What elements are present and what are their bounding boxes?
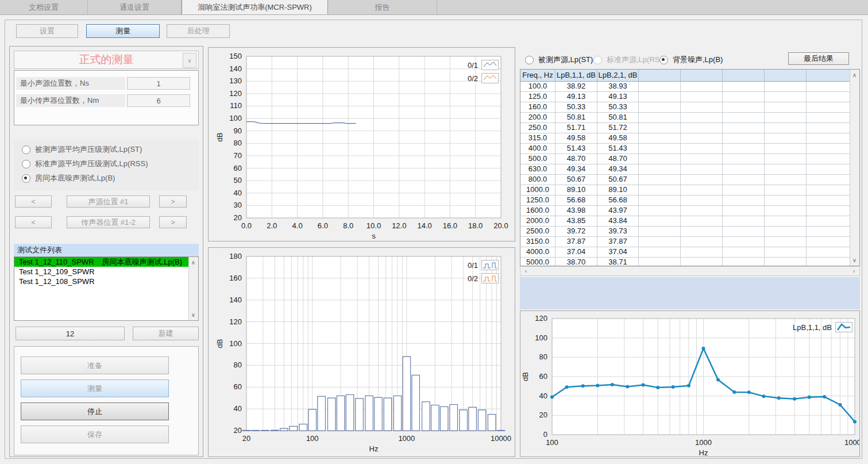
table-row[interactable]: 200.050.8150.81 bbox=[520, 113, 850, 123]
tab-document-settings[interactable]: 文档设置 bbox=[0, 0, 88, 14]
svg-text:80: 80 bbox=[234, 139, 242, 147]
scroll-left-icon[interactable]: ‹ bbox=[522, 267, 530, 275]
svg-text:80: 80 bbox=[234, 361, 242, 369]
ns-input[interactable]: 1 bbox=[127, 77, 190, 90]
tab-channel-settings[interactable]: 通道设置 bbox=[88, 0, 182, 14]
scroll-up-icon[interactable]: ∧ bbox=[850, 71, 859, 79]
table-cell bbox=[807, 195, 850, 205]
scroll-down-icon[interactable]: ∨ bbox=[189, 310, 198, 319]
table-row[interactable]: 2500.039.7239.73 bbox=[520, 227, 850, 237]
radio-icon[interactable] bbox=[22, 174, 30, 183]
table-cell bbox=[807, 133, 850, 143]
file-name: Test 1_12_108_SPWR bbox=[19, 277, 95, 286]
svg-text:80: 80 bbox=[539, 352, 547, 361]
tab-report[interactable]: 报告 bbox=[328, 0, 437, 14]
table-cell: 48.70 bbox=[555, 154, 597, 164]
mic-position-button[interactable]: 传声器位置 #1-2 bbox=[67, 216, 150, 228]
radio-icon[interactable] bbox=[22, 160, 30, 168]
legend-label: 0/2 bbox=[468, 74, 478, 83]
table-cell bbox=[681, 144, 723, 154]
table-cell bbox=[639, 92, 681, 102]
table-row[interactable]: 160.050.3350.33 bbox=[520, 102, 850, 113]
bar-series-icon bbox=[481, 273, 499, 283]
table-cell: 38.71 bbox=[597, 258, 639, 266]
table-row[interactable]: 315.049.5849.58 bbox=[520, 133, 850, 144]
stop-button[interactable]: 停止 bbox=[21, 402, 169, 420]
svg-text:dB: dB bbox=[215, 133, 224, 142]
radio-icon[interactable] bbox=[593, 56, 602, 64]
svg-text:20: 20 bbox=[539, 411, 547, 419]
table-row[interactable]: 1000.089.1089.10 bbox=[520, 185, 850, 195]
source-position-prev-button[interactable]: < bbox=[15, 195, 52, 208]
svg-text:40: 40 bbox=[234, 189, 242, 197]
table-row[interactable]: 4000.037.0437.04 bbox=[520, 247, 850, 258]
radio-view-lp-rss[interactable]: 标准声源,Lp(RSS) bbox=[593, 55, 667, 65]
table-row[interactable]: 5000.038.7038.71 bbox=[520, 258, 850, 266]
table-row[interactable]: 500.048.7048.70 bbox=[520, 154, 850, 164]
table-cell bbox=[765, 175, 807, 185]
scroll-down-icon[interactable]: ∨ bbox=[850, 256, 859, 264]
svg-text:100: 100 bbox=[229, 114, 242, 122]
table-row[interactable]: 400.051.4351.43 bbox=[520, 144, 850, 154]
test-file-list[interactable]: Test 1_12_110_SPWR房间本底噪声测试,Lp(B)Test 1_1… bbox=[14, 256, 199, 321]
table-row[interactable]: 250.051.7151.72 bbox=[520, 123, 850, 133]
table-row[interactable]: 100.038.9238.93 bbox=[520, 82, 850, 92]
radio-view-lp-b[interactable]: 背景噪声,Lp(B) bbox=[659, 55, 723, 65]
chevron-down-icon[interactable]: ∨ bbox=[183, 53, 196, 68]
source-position-button[interactable]: 声源位置 #1 bbox=[67, 195, 150, 208]
tab-mcr-spwr[interactable]: 混响室法测试声功率(MCR-SPWR) bbox=[182, 0, 328, 14]
nm-input[interactable]: 6 bbox=[127, 94, 190, 107]
table-cell bbox=[681, 164, 723, 174]
radio-icon[interactable] bbox=[659, 56, 668, 64]
mic-position-next-button[interactable]: > bbox=[159, 216, 187, 228]
table-cell bbox=[807, 144, 850, 154]
measurement-mode-select[interactable]: 正式的测量 ∨ bbox=[14, 51, 199, 69]
radio-icon[interactable] bbox=[525, 56, 534, 64]
measure-button[interactable]: 测量 bbox=[21, 379, 169, 397]
svg-text:18.0: 18.0 bbox=[468, 221, 483, 230]
table-vertical-scrollbar[interactable]: ∧ ∨ bbox=[850, 70, 859, 266]
table-cell: 5000.0 bbox=[520, 258, 555, 266]
radio-lp-st-test[interactable]: 被测声源平均声压级测试,Lp(ST) bbox=[22, 144, 142, 155]
scroll-up-icon[interactable]: ∧ bbox=[189, 258, 198, 267]
subtab-postprocess[interactable]: 后处理 bbox=[167, 24, 230, 38]
radio-label: 房间本底噪声测试,Lp(B) bbox=[35, 173, 115, 183]
radio-icon[interactable] bbox=[22, 145, 30, 154]
spectrum-bar-chart-legend: 0/10/2 bbox=[468, 260, 499, 283]
table-row[interactable]: 125.049.1349.13 bbox=[520, 92, 850, 102]
subtab-measure[interactable]: 测量 bbox=[86, 24, 160, 38]
svg-text:90: 90 bbox=[234, 126, 242, 135]
subtab-settings[interactable]: 设置 bbox=[16, 24, 78, 38]
file-list-scrollbar[interactable]: ∧ ∨ bbox=[188, 257, 198, 320]
line-series-icon bbox=[481, 73, 499, 83]
new-file-button[interactable]: 新建 bbox=[133, 327, 199, 340]
table-header-cell bbox=[765, 70, 807, 81]
radio-view-lp-st[interactable]: 被测声源,Lp(ST) bbox=[525, 55, 593, 65]
svg-text:dB: dB bbox=[521, 372, 530, 381]
table-row[interactable]: 800.050.6750.67 bbox=[520, 175, 850, 185]
prepare-button[interactable]: 准备 bbox=[21, 356, 169, 374]
table-cell: 48.70 bbox=[597, 154, 639, 164]
save-button[interactable]: 保存 bbox=[21, 425, 169, 443]
table-row[interactable]: 630.049.3449.34 bbox=[520, 164, 850, 175]
table-row[interactable]: 1600.043.9843.97 bbox=[520, 206, 850, 216]
table-row[interactable]: 2000.043.8543.84 bbox=[520, 216, 850, 227]
file-list-item[interactable]: Test 1_12_108_SPWR bbox=[14, 277, 198, 286]
radio-lp-b-test[interactable]: 房间本底噪声测试,Lp(B) bbox=[22, 173, 115, 183]
file-list-item[interactable]: Test 1_12_110_SPWR房间本底噪声测试,Lp(B) bbox=[14, 257, 198, 267]
file-list-item[interactable]: Test 1_12_109_SPWR bbox=[14, 267, 198, 277]
table-cell: 49.13 bbox=[597, 92, 639, 102]
table-header-cell bbox=[723, 70, 765, 81]
table-row[interactable]: 1250.056.6856.68 bbox=[520, 195, 850, 206]
source-position-next-button[interactable]: > bbox=[159, 195, 187, 208]
table-horizontal-scrollbar[interactable]: ‹ › bbox=[520, 266, 860, 276]
svg-text:40: 40 bbox=[234, 404, 242, 413]
mic-position-prev-button[interactable]: < bbox=[15, 216, 52, 228]
radio-lp-rss-test[interactable]: 标准声源平均声压级测试,Lp(RSS) bbox=[22, 159, 148, 169]
final-result-button[interactable]: 最后结果 bbox=[788, 52, 849, 65]
scroll-right-icon[interactable]: › bbox=[850, 267, 858, 275]
table-cell: 43.85 bbox=[555, 216, 597, 226]
table-header-cell: Freq., Hz bbox=[520, 70, 555, 81]
table-row[interactable]: 3150.037.8737.87 bbox=[520, 237, 850, 247]
file-count-button[interactable]: 12 bbox=[16, 327, 125, 340]
